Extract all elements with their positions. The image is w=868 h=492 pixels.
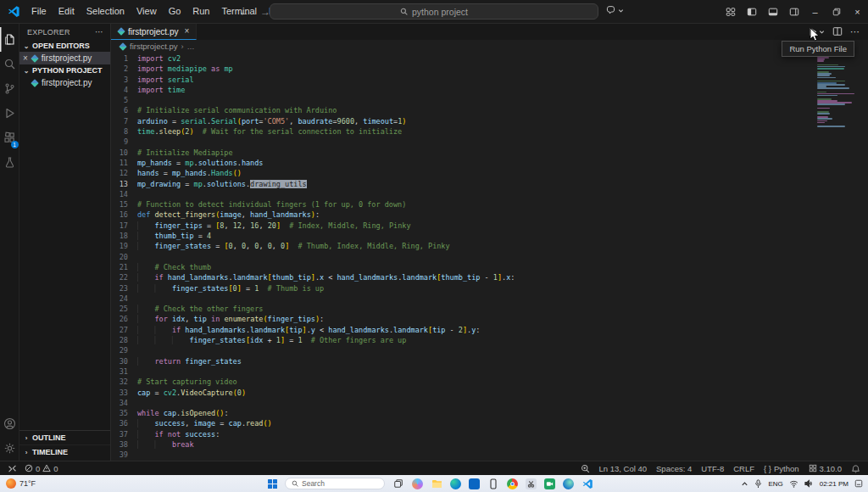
code-line[interactable]: 26 for idx, tip in enumerate(finger_tips… [111, 314, 868, 324]
code-line[interactable]: 3import serial [111, 75, 868, 85]
outlook-icon[interactable] [469, 478, 480, 489]
code-line[interactable]: 23 finger_states[0] = 1 # Thumb is up [111, 283, 868, 294]
notification-center-icon[interactable] [854, 479, 863, 488]
code-line[interactable]: 6# Initialize serial communication with … [111, 105, 868, 115]
vscode-taskbar-icon[interactable] [581, 478, 593, 489]
command-center-search[interactable]: python project [270, 3, 598, 20]
minimap[interactable] [817, 55, 857, 127]
menu-selection[interactable]: Selection [81, 0, 131, 23]
code-line[interactable]: 1import cv2 [111, 53, 868, 64]
extensions-icon[interactable]: 1 [0, 126, 19, 150]
code-line[interactable]: 9 [111, 137, 868, 147]
eol-sequence[interactable]: CRLF [733, 464, 754, 473]
timeline-section[interactable]: › TIMELINE [19, 445, 110, 459]
code-line[interactable]: 32# Start capturing video [111, 377, 868, 387]
code-line[interactable]: 34 [111, 398, 868, 408]
code-line[interactable]: 15# Function to detect individual finger… [111, 199, 868, 210]
toggle-secondary-sidebar-icon[interactable] [783, 0, 804, 24]
indentation[interactable]: Spaces: 4 [656, 464, 692, 473]
code-line[interactable]: 30 return finger_states [111, 356, 868, 366]
explorer-icon[interactable] [0, 27, 19, 52]
accounts-icon[interactable] [0, 411, 19, 436]
taskbar-search[interactable]: Search [285, 478, 385, 489]
code-line[interactable]: 4import time [111, 85, 868, 95]
python-interpreter[interactable]: 3.10.0 [809, 464, 842, 473]
open-editors-section[interactable]: ⌄ OPEN EDITORS [19, 40, 110, 52]
split-editor-icon[interactable] [832, 25, 843, 40]
notifications-bell-icon[interactable] [851, 464, 860, 473]
start-button[interactable] [268, 479, 277, 489]
tab-firstproject[interactable]: firstproject.py × [111, 24, 197, 40]
code-line[interactable]: 33cap = cv2.VideoCapture(0) [111, 388, 868, 398]
menu-edit[interactable]: Edit [53, 0, 81, 23]
more-actions-icon[interactable]: ⋯ [850, 26, 860, 37]
code-line[interactable]: 7arduino = serial.Serial(port='COM5', ba… [111, 116, 868, 126]
explorer-more-actions-icon[interactable]: ⋯ [95, 31, 103, 34]
code-line[interactable]: 29 [111, 345, 868, 355]
tray-chevron-up-icon[interactable] [741, 480, 748, 488]
back-arrow-icon[interactable]: ← [239, 6, 249, 18]
code-line[interactable]: 27 if hand_landmarks.landmark[tip].y < h… [111, 325, 868, 335]
code-line[interactable]: 18 thumb_tip = 4 [111, 231, 868, 241]
wifi-icon[interactable] [789, 480, 798, 488]
restore-button[interactable] [826, 0, 847, 24]
code-line[interactable]: 25 # Check the other fingers [111, 304, 868, 314]
code-line[interactable]: 24 [111, 294, 868, 304]
code-line[interactable]: 28 finger_states[idx + 1] = 1 # Other fi… [111, 335, 868, 345]
code-line[interactable]: 36 success, image = cap.read() [111, 418, 868, 428]
code-line[interactable]: 8time.sleep(2) # Wait for the serial con… [111, 126, 868, 137]
run-debug-icon[interactable] [0, 101, 19, 126]
phone-link-icon[interactable] [487, 478, 499, 489]
language-mode[interactable]: { } Python [764, 464, 799, 473]
copilot-taskbar-icon[interactable] [412, 478, 423, 489]
code-line[interactable]: 17 finger_tips = [8, 12, 16, 20] # Index… [111, 221, 868, 231]
settings-gear-icon[interactable] [0, 436, 19, 461]
code-line[interactable]: 5 [111, 95, 868, 105]
code-line[interactable]: 38 break [111, 439, 868, 450]
close-tab-icon[interactable]: × [184, 27, 189, 36]
menu-view[interactable]: View [131, 0, 163, 23]
breadcrumb[interactable]: firstproject.py › … [111, 40, 868, 53]
minimize-button[interactable]: – [804, 0, 826, 24]
zoom-indicator-icon[interactable] [581, 464, 590, 473]
problems-indicator[interactable]: 0 0 [25, 464, 58, 473]
search-sidebar-icon[interactable] [0, 52, 19, 76]
code-line[interactable]: 19 finger_states = [0, 0, 0, 0, 0] # Thu… [111, 241, 868, 251]
testing-icon[interactable] [0, 150, 19, 175]
toggle-panel-icon[interactable] [762, 0, 783, 24]
copilot-button[interactable] [605, 5, 624, 16]
meet-icon[interactable] [544, 478, 555, 489]
menu-run[interactable]: Run [186, 0, 215, 23]
code-line[interactable]: 20 [111, 252, 868, 262]
snipping-tool-icon[interactable] [526, 478, 537, 489]
cursor-position[interactable]: Ln 13, Col 40 [599, 464, 648, 473]
code-line[interactable]: 14 [111, 189, 868, 199]
project-file-item[interactable]: firstproject.py [19, 76, 110, 89]
customize-layout-icon[interactable] [720, 0, 741, 24]
code-line[interactable]: 22 if hand_landmarks.landmark[thumb_tip]… [111, 272, 868, 282]
code-line[interactable]: 16def detect_fingers(image, hand_landmar… [111, 210, 868, 220]
code-line[interactable]: 13mp_drawing = mp.solutions.drawing_util… [111, 179, 868, 189]
code-line[interactable]: 10# Initialize Mediapipe [111, 148, 868, 158]
weather-widget[interactable]: 71°F [6, 478, 36, 489]
code-line[interactable]: 37 if not success: [111, 429, 868, 439]
code-line[interactable]: 35while cap.isOpened(): [111, 408, 868, 418]
file-explorer-icon[interactable] [431, 478, 442, 489]
menu-file[interactable]: File [25, 0, 53, 23]
microphone-icon[interactable] [754, 479, 762, 489]
edge-icon[interactable] [450, 478, 461, 489]
remote-indicator[interactable] [8, 464, 17, 473]
outline-section[interactable]: › OUTLINE [19, 431, 110, 445]
edge-beta-icon[interactable] [563, 478, 574, 489]
close-editor-icon[interactable]: × [23, 54, 28, 63]
project-folder-section[interactable]: ⌄ PYTHON PROJECT [19, 64, 110, 76]
volume-icon[interactable] [804, 479, 814, 488]
input-language[interactable]: ENG [768, 480, 782, 488]
toggle-sidebar-icon[interactable] [741, 0, 762, 24]
code-line[interactable]: 2import mediapipe as mp [111, 64, 868, 74]
clock[interactable]: 02:21 PM [820, 480, 849, 488]
code-line[interactable]: 11mp_hands = mp.solutions.hands [111, 158, 868, 168]
code-line[interactable]: 39 [111, 450, 868, 460]
chrome-icon[interactable] [507, 478, 518, 489]
code-editor[interactable]: 1import cv22import mediapipe as mp3impor… [111, 53, 868, 461]
